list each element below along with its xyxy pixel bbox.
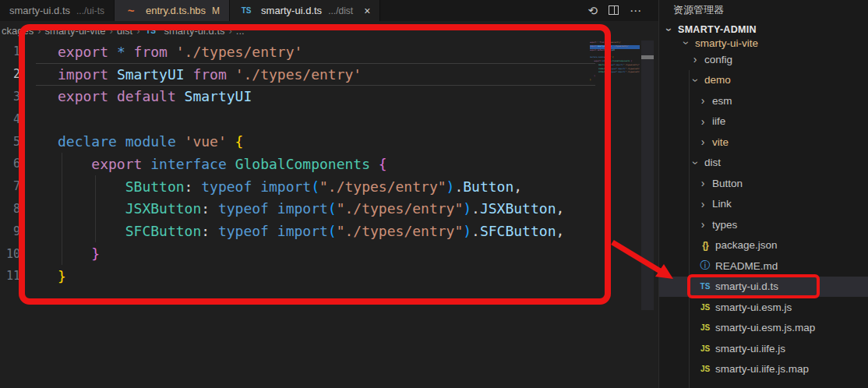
tree-item-vite[interactable]: ›vite — [659, 132, 868, 153]
split-editor-icon[interactable] — [609, 4, 619, 17]
code-line-content: JSXButton: typeof import("./types/entry"… — [58, 200, 564, 217]
tree-item-types[interactable]: ›types — [659, 214, 868, 235]
js-icon: JS — [698, 344, 712, 353]
tree-item-readme-md[interactable]: ⓘREADME.md — [659, 256, 868, 277]
code-token: ( — [311, 178, 319, 195]
minimap-token: SButton — [598, 64, 606, 66]
breadcrumb-item[interactable]: smarty-ui-vite — [45, 25, 106, 37]
tree-item-label: demo — [704, 74, 731, 86]
tree-item-label: smarty-ui.iife.js.map — [715, 363, 809, 375]
code-token — [58, 245, 91, 262]
line-number: 9 — [0, 224, 20, 238]
tree-item-iife[interactable]: ›iife — [659, 111, 868, 132]
breadcrumb-item[interactable]: ckages — [2, 25, 34, 37]
code-token: "./types/entry" — [319, 178, 446, 195]
breadcrumb-label: dist — [117, 25, 132, 37]
line-number: 8 — [0, 202, 20, 216]
tree-item-smarty-ui-iife-js[interactable]: JSsmarty-ui.iife.js — [659, 338, 868, 359]
code-token: "./types/entry" — [337, 223, 464, 239]
scrollbar-thumb[interactable] — [641, 55, 654, 59]
tree-item-smarty-ui-esm-js[interactable]: JSsmarty-ui.esm.js — [659, 297, 868, 318]
tree-item-config[interactable]: ›config — [659, 49, 868, 70]
code-token: . — [454, 178, 463, 195]
tree-item-smarty-ui-vite[interactable]: ›smarty-ui-vite — [659, 39, 868, 49]
breadcrumb-label: ... — [236, 25, 245, 37]
tree-item-demo[interactable]: ›demo — [659, 70, 868, 91]
tree-item-dist[interactable]: ›dist — [659, 153, 868, 174]
code-token: , — [556, 200, 564, 217]
close-icon[interactable]: × — [364, 5, 370, 17]
tree-item-package-json[interactable]: {}package.json — [659, 235, 868, 256]
code-token: export — [58, 88, 108, 104]
tree-root-smarty-admin[interactable]: ›SMARTY-ADMIN — [659, 20, 868, 39]
code-token: interface — [150, 156, 227, 172]
code-token — [168, 44, 176, 60]
tree-item-esm[interactable]: ›esm — [659, 90, 868, 111]
tree-item-smarty-ui-esm-js-map[interactable]: JSsmarty-ui.esm.js.map — [659, 318, 868, 339]
breadcrumb-item[interactable]: dist — [117, 25, 132, 37]
editor-scrollbar[interactable] — [641, 41, 654, 310]
code-line: 7 SButton: typeof import("./types/entry"… — [0, 175, 658, 198]
breadcrumb-item[interactable]: ... — [236, 25, 245, 37]
minimap-token — [590, 68, 598, 70]
minimap-token: default — [598, 49, 605, 51]
ts-icon: TS — [143, 26, 157, 35]
code-token: : — [201, 200, 218, 217]
code-token — [227, 133, 235, 150]
code-token — [108, 44, 117, 60]
minimap-line: } — [590, 79, 640, 83]
tree-item-button[interactable]: ›Button — [659, 173, 868, 194]
minimap-token: './types/entry' — [612, 45, 629, 48]
tree-item-smarty-ui-d-ts[interactable]: TSsmarty-ui.d.ts — [659, 277, 868, 298]
tree-item-label: smarty-ui.esm.js — [715, 302, 792, 313]
minimap-token: { — [631, 60, 632, 62]
chevron-right: › — [698, 218, 707, 231]
tree-item-link[interactable]: ›Link — [659, 194, 868, 215]
more-actions-icon[interactable]: ⋯ — [630, 4, 641, 18]
code-token: import — [277, 223, 328, 239]
minimap[interactable]: export * from './types/entry'import Smar… — [590, 41, 640, 83]
code-editor[interactable]: 1export * from './types/entry'2import Sm… — [0, 41, 658, 287]
minimap-token: SFCButton — [598, 71, 608, 73]
chevron-down: › — [690, 158, 702, 168]
code-token — [227, 156, 235, 172]
code-token: ( — [328, 200, 337, 217]
tab-entry-d-ts-hbs[interactable]: ~entry.d.ts.hbsM — [115, 0, 230, 21]
code-token: } — [91, 245, 100, 262]
vscode-window: smarty-ui.d.ts.../ui-ts~entry.d.ts.hbsMT… — [0, 0, 868, 388]
tree-item-label: smarty-ui-vite — [695, 39, 758, 49]
editor-actions: ⟲⋯ — [587, 0, 658, 21]
chevron-right: › — [698, 198, 707, 210]
chevron-right: › — [698, 115, 707, 128]
breadcrumb-label: smarty-ui-vite — [45, 25, 106, 37]
chevron-down: › — [690, 76, 702, 85]
js-icon: JS — [698, 365, 712, 373]
breadcrumb-item[interactable]: TSsmarty-ui.d.ts — [143, 25, 224, 37]
code-token: } — [58, 268, 66, 284]
indent-guide — [95, 175, 96, 242]
chevron-right: › — [698, 94, 707, 107]
indent-guide — [62, 153, 62, 265]
code-token — [108, 88, 117, 104]
history-icon[interactable]: ⟲ — [587, 4, 598, 18]
file-tree: ›SMARTY-ADMIN›smarty-ui-vite›config›demo… — [659, 20, 868, 379]
tree-item-label: dist — [704, 157, 721, 168]
code-line-content: export default SmartyUI — [58, 88, 252, 104]
tree-item-label: vite — [712, 136, 729, 148]
code-line: 10 } — [0, 242, 658, 265]
breadcrumb-separator: › — [110, 25, 113, 37]
tree-item-label: smarty-ui.esm.js.map — [715, 322, 815, 333]
tree-item-label: smarty-ui.d.ts — [715, 280, 778, 292]
tab-smarty-ui-d-ts-dist[interactable]: TSsmarty-ui.d.ts.../dist× — [230, 0, 380, 21]
code-line: 3export default SmartyUI — [0, 86, 658, 108]
tree-item-label: package.json — [715, 239, 778, 251]
code-token: export — [58, 44, 108, 60]
code-token: 'vue' — [185, 133, 227, 150]
braces-icon: {} — [698, 240, 712, 251]
code-token: './types/entry' — [176, 44, 303, 60]
code-line: 6 export interface GlobalComponents { — [0, 153, 658, 175]
tab-smarty-ui-d-ts-ui-ts[interactable]: smarty-ui.d.ts.../ui-ts — [0, 0, 115, 21]
tree-item-smarty-ui-iife-js-map[interactable]: JSsmarty-ui.iife.js.map — [659, 359, 868, 380]
code-token: : — [185, 178, 202, 195]
code-token: "./types/entry" — [337, 200, 464, 217]
